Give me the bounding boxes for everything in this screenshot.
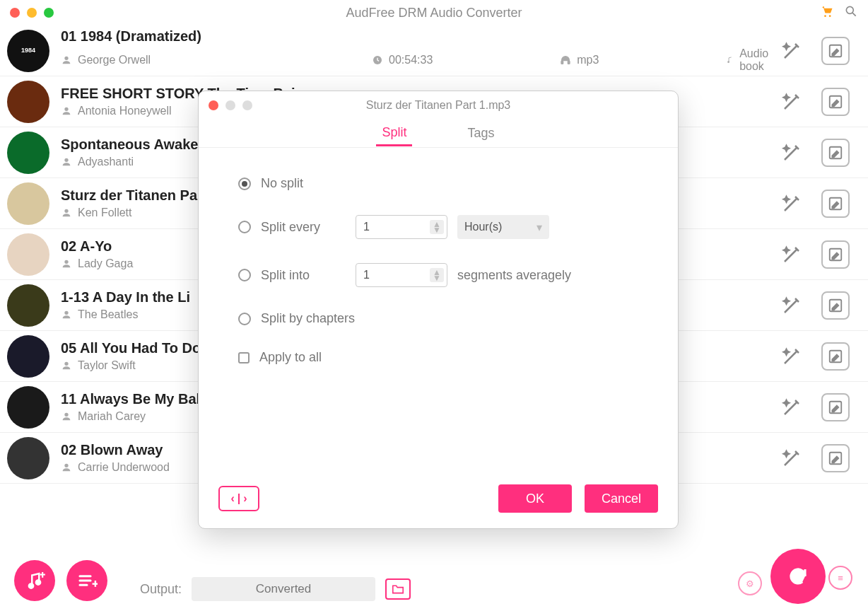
split-into-value-input[interactable]: 1 ▲▼ — [356, 263, 447, 287]
person-icon — [61, 54, 72, 66]
edit-button[interactable] — [821, 291, 850, 320]
person-icon — [61, 462, 72, 473]
edit-button[interactable] — [821, 88, 850, 116]
effects-button[interactable] — [778, 139, 806, 167]
svg-point-18 — [35, 580, 41, 586]
note-icon — [726, 54, 734, 66]
output-path-field[interactable]: Converted — [192, 577, 375, 601]
option-split-into[interactable]: Split into 1 ▲▼ segments averagely — [238, 263, 638, 287]
ok-button[interactable]: OK — [498, 484, 572, 513]
edit-button[interactable] — [821, 190, 850, 218]
person-icon — [61, 156, 72, 168]
album-cover — [7, 81, 49, 123]
close-window-button[interactable] — [10, 8, 20, 18]
svg-point-1 — [829, 15, 831, 17]
headphones-icon — [560, 54, 571, 66]
edit-button[interactable] — [821, 37, 850, 65]
dialog-minimize-button — [225, 100, 235, 110]
album-cover — [7, 335, 49, 378]
dialog-close-button[interactable] — [209, 100, 218, 110]
search-icon[interactable] — [844, 4, 858, 21]
convert-button[interactable] — [770, 549, 826, 604]
svg-point-7 — [728, 61, 730, 63]
radio-icon — [238, 269, 251, 281]
effects-button[interactable] — [778, 444, 806, 472]
split-dialog: Sturz der Titanen Part 1.mp3 Split Tags … — [198, 91, 679, 529]
album-cover — [7, 284, 49, 327]
edit-button[interactable] — [821, 444, 850, 472]
edit-button[interactable] — [821, 393, 850, 421]
effects-button[interactable] — [778, 342, 806, 371]
split-every-unit-select[interactable]: Hour(s) ▾ — [457, 215, 549, 239]
album-cover: 1984 — [7, 30, 49, 72]
cart-icon[interactable] — [820, 4, 834, 21]
effects-button[interactable] — [778, 190, 806, 218]
album-cover — [7, 182, 49, 225]
person-icon — [61, 207, 72, 219]
checkbox-icon — [238, 352, 250, 363]
person-icon — [61, 258, 72, 269]
chevron-right-icon: › — [243, 492, 247, 505]
edit-button[interactable] — [821, 139, 850, 167]
add-list-button[interactable]: + — [66, 560, 107, 601]
effects-button[interactable] — [778, 393, 806, 421]
svg-text:+: + — [40, 570, 45, 580]
track-duration: 00:54:33 — [389, 54, 433, 66]
track-artist: Taylor Swift — [78, 359, 136, 372]
dialog-tabs: Split Tags — [199, 120, 678, 148]
svg-rect-5 — [561, 61, 563, 64]
album-cover — [7, 132, 49, 174]
album-cover — [7, 233, 49, 276]
option-split-every[interactable]: Split every 1 ▲▼ Hour(s) ▾ — [238, 215, 638, 239]
split-every-value-input[interactable]: 1 ▲▼ — [356, 215, 447, 239]
tab-split[interactable]: Split — [376, 121, 412, 146]
bottom-toolbar: + + Output: Converted ⚙ ≡ — [0, 547, 868, 611]
edit-button[interactable] — [821, 240, 850, 269]
window-titlebar: AudFree DRM Audio Converter — [0, 0, 868, 25]
option-no-split[interactable]: No split — [238, 176, 638, 191]
track-type: Audio book — [739, 47, 778, 73]
edit-button[interactable] — [821, 342, 850, 371]
settings-button[interactable]: ≡ — [828, 566, 852, 590]
tab-tags[interactable]: Tags — [462, 122, 500, 145]
radio-icon — [238, 313, 251, 325]
effects-button[interactable] — [778, 291, 806, 320]
preferences-button[interactable]: ⚙ — [738, 571, 762, 595]
person-icon — [61, 105, 72, 117]
cancel-button[interactable]: Cancel — [585, 484, 658, 513]
track-format: mp3 — [577, 54, 599, 66]
prev-next-button[interactable]: ‹ | › — [218, 486, 259, 511]
stepper-arrows-icon[interactable]: ▲▼ — [430, 220, 444, 235]
option-split-chapters[interactable]: Split by chapters — [238, 311, 638, 326]
svg-text:+: + — [93, 577, 98, 589]
output-label: Output: — [140, 582, 182, 597]
chevron-left-icon: ‹ — [230, 492, 234, 505]
person-icon — [61, 309, 72, 320]
add-music-button[interactable]: + — [14, 560, 55, 601]
effects-button[interactable] — [778, 37, 806, 65]
track-artist: Adyashanti — [78, 156, 134, 168]
maximize-window-button[interactable] — [44, 8, 54, 18]
person-icon — [61, 411, 72, 422]
album-cover — [7, 386, 49, 429]
track-artist: Ken Follett — [78, 206, 131, 219]
radio-icon — [238, 178, 251, 190]
effects-button[interactable] — [778, 240, 806, 269]
person-icon — [61, 360, 72, 371]
svg-point-17 — [28, 583, 34, 589]
svg-rect-6 — [568, 61, 570, 64]
option-apply-all[interactable]: Apply to all — [238, 350, 638, 365]
dialog-title: Sturz der Titanen Part 1.mp3 — [199, 99, 678, 112]
track-artist: Carrie Underwood — [78, 461, 170, 474]
track-row[interactable]: 1984 01 1984 (Dramatized) George Orwell … — [0, 25, 868, 76]
stepper-arrows-icon[interactable]: ▲▼ — [430, 268, 444, 283]
minimize-window-button[interactable] — [27, 8, 37, 18]
svg-point-0 — [824, 15, 826, 17]
effects-button[interactable] — [778, 88, 806, 116]
track-artist: Antonia Honeywell — [78, 105, 172, 117]
radio-icon — [238, 221, 251, 233]
browse-folder-button[interactable] — [385, 578, 411, 600]
clock-icon — [372, 54, 383, 66]
dialog-maximize-button — [242, 100, 252, 110]
track-title: 01 1984 (Dramatized) — [61, 28, 778, 45]
